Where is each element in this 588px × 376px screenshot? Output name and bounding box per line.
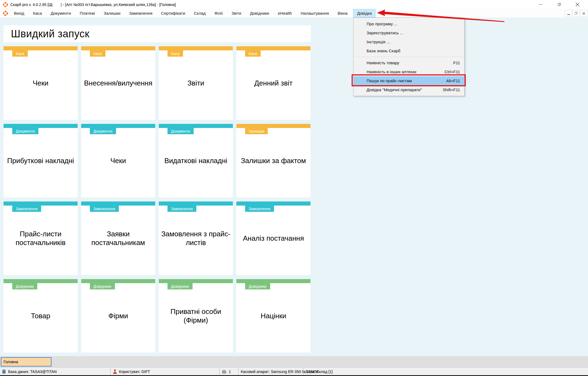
help-menu-item[interactable]: Довідка "Медичні препарати"Shift+F11 — [354, 85, 464, 94]
tile-label: Фірми — [81, 279, 155, 353]
quick-launch-tile[interactable]: ДовідникиФірми — [81, 279, 155, 353]
tile-label: Замовлення з прайс-листів — [159, 201, 233, 275]
status-register-count: 1 — [229, 369, 231, 374]
quick-launch-tile[interactable]: ЗамовленняЗамовлення з прайс-листів — [159, 201, 233, 275]
help-menu-item-shortcut: Ctrl+F11 — [444, 69, 460, 74]
help-menu-item-label: Пошук по прайс-листам — [367, 78, 412, 83]
menu-item-платежі[interactable]: Платежі — [77, 9, 98, 17]
menu-item-ehealth[interactable]: eHealth — [275, 9, 295, 17]
menu-item-склад[interactable]: Склад — [191, 9, 209, 17]
restore-icon — [558, 3, 561, 6]
help-menu-item-shortcut: F11 — [453, 60, 460, 65]
menu-item-вікна[interactable]: Вікна — [335, 9, 351, 17]
help-menu-item[interactable]: Наявність в інших аптекахCtrl+F11 — [354, 67, 464, 76]
close-button[interactable] — [571, 0, 584, 9]
menu-item-сертифікати[interactable]: Сертифікати — [158, 9, 188, 17]
page-title: Швидкий запуск — [11, 28, 89, 40]
mdi-restore-button[interactable] — [572, 10, 580, 17]
minimize-icon — [539, 4, 543, 5]
quick-launch-tile[interactable]: ДокументиПрибуткові накладні — [4, 124, 78, 197]
tile-label: Націнки — [236, 279, 310, 353]
menu-bar: ВихідКасаДокументиПлатежіЗалишкиЗамовлен… — [0, 9, 588, 17]
tile-label: Внесення/вилучення — [81, 46, 155, 120]
mdi-minimize-icon — [567, 14, 570, 15]
menu-item-документи[interactable]: Документи — [48, 9, 74, 17]
help-menu-item[interactable]: База знань Скарб — [354, 46, 464, 55]
quick-launch-tile[interactable]: ЗалишкиЗалишки за фактом — [236, 124, 310, 197]
window-title: Скарб pro v. 4.0.2.85 [ІД: | - [Апт №003… — [10, 2, 176, 7]
menu-item-залишки[interactable]: Залишки — [101, 9, 124, 17]
tile-label: Прибуткові накладні — [4, 124, 78, 197]
menu-item-каса[interactable]: Каса — [30, 9, 45, 17]
mdi-window-controls: ✕ — [565, 10, 587, 17]
quick-launch-tile[interactable]: ДокументиВидаткові накладні — [159, 124, 233, 197]
help-menu-item-label: Наявність товару — [367, 60, 399, 65]
quick-launch-tile[interactable]: КасаДенний звіт — [236, 46, 310, 120]
tile-label: Звіти — [159, 46, 233, 120]
help-menu-item-label: Зареєструватись ... — [367, 30, 403, 35]
help-menu-item-label: Наявність в інших аптеках — [367, 69, 416, 74]
status-database: База даних: TASA3@TITAN — [8, 369, 57, 374]
tile-label: Денний звіт — [236, 46, 310, 120]
menu-item-звіти[interactable]: Звіти — [229, 9, 244, 17]
tab-home[interactable]: Головна — [1, 357, 51, 366]
help-menu-item[interactable]: Наявність товаруF11 — [354, 58, 464, 67]
quick-launch-grid: КасаЧекиКасаВнесення/вилученняКасаЗвітиК… — [4, 46, 311, 353]
minimize-button[interactable] — [535, 0, 547, 9]
help-menu-item-label: Інструкція ... — [367, 39, 390, 44]
quick-launch-tile[interactable]: КасаЧеки — [4, 46, 78, 120]
quick-launch-tile[interactable]: ЗамовленняПрайс-листи постачальників — [4, 201, 78, 275]
quick-launch-tile[interactable]: ЗамовленняАналіз постачання — [236, 201, 310, 275]
mdi-restore-icon — [575, 12, 578, 15]
menu-separator — [354, 57, 464, 57]
menu-item-довідка[interactable]: Довідка — [353, 9, 376, 17]
tile-label: Приватні особи (Фірми) — [159, 279, 233, 353]
help-menu-item-label: База знань Скарб — [367, 48, 400, 53]
status-user: Користувач: GIFT — [119, 369, 150, 374]
help-menu-item-shortcut: Alt+F11 — [446, 78, 460, 83]
menu-item-замовлення[interactable]: Замовлення — [126, 9, 155, 17]
close-icon — [575, 2, 580, 7]
tile-label: Прайс-листи постачальників — [4, 201, 78, 275]
quick-launch-tile[interactable]: ДовідникиНацінки — [236, 279, 310, 353]
status-zone: Зона: Склад [1] — [306, 369, 333, 374]
help-menu-item-label: Про програму ... — [367, 22, 397, 26]
help-menu-item[interactable]: Пошук по прайс-листамAlt+F11 — [354, 76, 464, 85]
help-menu-item-shortcut: Shift+F11 — [443, 87, 460, 92]
tile-label: Чеки — [81, 124, 155, 197]
status-bar: База даних: TASA3@TITAN Користувач: GIFT… — [0, 367, 588, 375]
quick-launch-tile[interactable]: ЗамовленняЗаявки постачальникам — [81, 201, 155, 275]
tile-label: Видаткові накладні — [159, 124, 233, 197]
tile-label: Аналіз постачання — [236, 201, 310, 275]
menu-item-філії[interactable]: Філії — [211, 9, 226, 17]
help-menu-item[interactable]: Про програму ... — [354, 19, 464, 28]
menu-item-вихід[interactable]: Вихід — [11, 9, 27, 17]
tile-label: Залишки за фактом — [236, 124, 310, 197]
help-menu-item-label: Довідка "Медичні препарати" — [367, 87, 422, 92]
quick-launch-tile[interactable]: ДовідникиПриватні особи (Фірми) — [159, 279, 233, 353]
cash-register-icon — [222, 369, 227, 374]
quick-launch-tile[interactable]: ДовідникиТовар — [4, 279, 78, 353]
mdi-close-button[interactable]: ✕ — [580, 10, 587, 17]
help-menu-item[interactable]: Інструкція ... — [354, 37, 464, 46]
restore-button[interactable] — [553, 0, 565, 9]
help-dropdown-menu: Про програму ...Зареєструватись ...Інстр… — [353, 17, 465, 96]
database-icon — [2, 369, 6, 374]
help-menu-item[interactable]: Зареєструватись ... — [354, 28, 464, 37]
tile-label: Товар — [4, 279, 78, 353]
quick-launch-tile[interactable]: ДокументиЧеки — [81, 124, 155, 197]
quick-launch-tile[interactable]: КасаЗвіти — [159, 46, 233, 120]
tile-label: Заявки постачальникам — [81, 201, 155, 275]
quick-launch-tile[interactable]: КасаВнесення/вилучення — [81, 46, 155, 120]
mdi-close-icon: ✕ — [582, 11, 586, 16]
title-bar: Скарб pro v. 4.0.2.85 [ІД: | - [Апт №003… — [0, 0, 588, 9]
tab-strip: Головна — [0, 356, 588, 367]
mdi-child-icon — [3, 11, 8, 16]
tile-label: Чеки — [4, 46, 78, 120]
menu-item-довідники[interactable]: Довідники — [247, 9, 272, 17]
user-icon — [113, 369, 117, 374]
menu-item-налаштування[interactable]: Налаштування — [298, 9, 332, 17]
mdi-minimize-button[interactable] — [565, 10, 572, 17]
quick-launch-header: Швидкий запуск — [4, 25, 311, 42]
app-logo-icon — [3, 2, 8, 7]
